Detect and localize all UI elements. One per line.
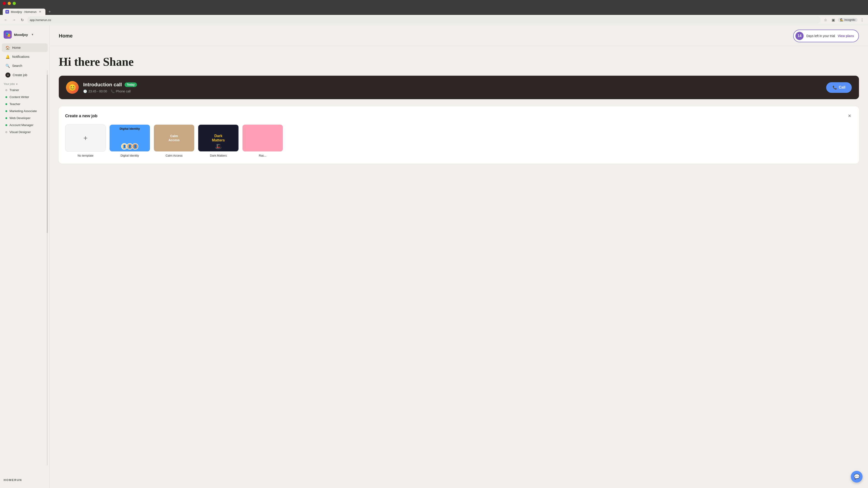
address-text: app.homerun.co [30,18,51,22]
trial-text: Days left in your trial [806,34,835,38]
di-text: Digital Identity [112,127,148,131]
template-label-rac: Rac... [242,154,283,157]
create-job-label: Create job [13,73,27,77]
browser-chrome: H Moodjoy · Homerun ✕ + ← → ↻ app.homeru… [0,0,868,25]
call-button-label: Call [839,86,845,90]
dm-image: 🎩 [215,143,222,150]
sidebar-item-create-job[interactable]: + Create job [2,70,48,79]
job-label: Marketing Associate [9,109,37,113]
clock-icon: 🕐 [83,90,87,93]
intro-avatar: 😊 [66,81,79,94]
home-icon: 🏠 [5,45,10,50]
window-close-button[interactable] [3,2,6,5]
sidebar-item-notifications[interactable]: 🔔 Notifications [2,53,48,61]
toolbar-actions: ☆ ▣ 🕵 Incognito ⋮ [822,17,865,23]
sidebar: 🎭 Moodjoy ▼ 🏠 Home 🔔 Notifications 🔍 Sea… [0,25,50,488]
create-job-title: Create a new job [65,113,97,119]
sidebar-bottom: HOMERUN [0,476,50,484]
sidebar-scroll-thumb [47,75,48,233]
template-card-digital-identity[interactable]: Digital Identity 👤 👤 👤 Digital Identity [110,125,150,157]
job-status-dot [5,103,7,105]
sidebar-item-web-developer[interactable]: Web Developer [2,115,48,121]
bookmark-button[interactable]: ☆ [822,17,829,23]
address-bar[interactable]: app.homerun.co [27,16,820,24]
intro-info: Introduction call Today 🕐 23:45 - 00:00 … [83,82,822,93]
window-maximize-button[interactable] [13,2,16,5]
template-label-calm-access: Calm Access [154,154,194,157]
job-label: Account Manager [9,123,33,127]
template-thumbnail-rac [242,125,283,152]
job-status-dot [5,117,7,119]
chat-icon: 💬 [854,474,860,480]
menu-button[interactable]: ⋮ [859,17,865,23]
trial-badge: 14 Days left in your trial View plans [793,30,859,42]
your-jobs-label: Your jobs [4,83,15,86]
sidebar-item-account-manager[interactable]: Account Manager [2,122,48,128]
refresh-button[interactable]: ↻ [19,17,25,23]
sidebar-item-home[interactable]: 🏠 Home [2,43,48,52]
sidebar-item-search[interactable]: 🔍 Search [2,61,48,70]
job-status-dot [5,110,7,112]
main-content: Home 14 Days left in your trial View pla… [50,25,868,488]
create-job-section: Create a new job ✕ + No template Digital… [59,106,859,164]
create-job-close-button[interactable]: ✕ [846,113,852,119]
forward-button[interactable]: → [11,17,17,23]
job-label: Teacher [9,102,20,106]
incognito-icon: 🕵 [840,18,843,22]
template-card-no-template[interactable]: + No template [65,125,106,157]
job-status-dot [5,124,7,126]
sidebar-item-home-label: Home [12,46,21,50]
page-title: Home [59,33,72,39]
tab-title: Moodjoy · Homerun [11,10,36,13]
templates-grid: + No template Digital Identity 👤 👤 👤 [65,125,852,157]
create-job-icon: + [5,72,10,77]
tab-close-button[interactable]: ✕ [38,10,42,13]
template-card-dark-matters[interactable]: DarkMatters 🎩 Dark Matters [198,125,239,157]
job-label: Visual Designer [9,130,31,134]
template-label-digital-identity: Digital Identity [110,154,150,157]
job-label: Content Writer [9,95,29,99]
sidebar-logo[interactable]: 🎭 Moodjoy ▼ [0,29,50,43]
face-3: 👤 [132,143,138,150]
sidebar-item-teacher[interactable]: Teacher [2,101,48,107]
browser-tabs: H Moodjoy · Homerun ✕ + [0,7,868,15]
window-controls [3,2,16,5]
template-label-no-template: No template [65,154,106,157]
create-job-header: Create a new job ✕ [65,113,852,119]
sidebar-scrollbar[interactable] [47,70,48,465]
dm-text: DarkMatters [212,134,225,142]
ca-text: CalmAccess [168,134,180,142]
back-button[interactable]: ← [3,17,9,23]
view-plans-link[interactable]: View plans [838,34,854,38]
sidebar-item-content-writer[interactable]: Content Writer [2,94,48,100]
tab-favicon: H [5,10,9,13]
job-label: Trainer [9,88,19,92]
template-thumbnail-no-template: + [65,125,106,152]
chat-widget-button[interactable]: 💬 [851,471,863,483]
sidebar-item-trainer[interactable]: Trainer [2,87,48,93]
browser-tab-active[interactable]: H Moodjoy · Homerun ✕ [3,8,45,15]
call-phone-icon: 📞 [833,86,837,90]
template-label-dark-matters: Dark Matters [198,154,239,157]
sidebar-item-marketing-associate[interactable]: Marketing Associate [2,108,48,114]
today-badge: Today [125,83,137,87]
template-thumbnail-digital-identity: Digital Identity 👤 👤 👤 [110,125,150,152]
template-card-calm-access[interactable]: CalmAccess Calm Access [154,125,194,157]
page-content: Hi there Shane 😊 Introduction call Today… [50,46,868,488]
sidebar-item-visual-designer[interactable]: Visual Designer [2,129,48,135]
template-card-rac[interactable]: Rac... [242,125,283,157]
app-container: 🎭 Moodjoy ▼ 🏠 Home 🔔 Notifications 🔍 Sea… [0,25,868,488]
search-icon: 🔍 [5,64,10,68]
new-tab-button[interactable]: + [46,8,53,15]
call-button[interactable]: 📞 Call [826,82,852,93]
di-faces: 👤 👤 👤 [121,143,138,150]
job-status-dot [5,89,7,91]
job-label: Web Developer [9,116,31,120]
intro-call-card: 😊 Introduction call Today 🕐 23:45 - 00:0… [59,76,859,99]
window-minimize-button[interactable] [8,2,11,5]
job-status-dot [5,96,7,98]
company-chevron-icon: ▼ [31,33,34,36]
sidebar-item-search-label: Search [12,64,22,68]
sidebar-toggle-button[interactable]: ▣ [830,17,836,23]
intro-title-row: Introduction call Today [83,82,822,88]
